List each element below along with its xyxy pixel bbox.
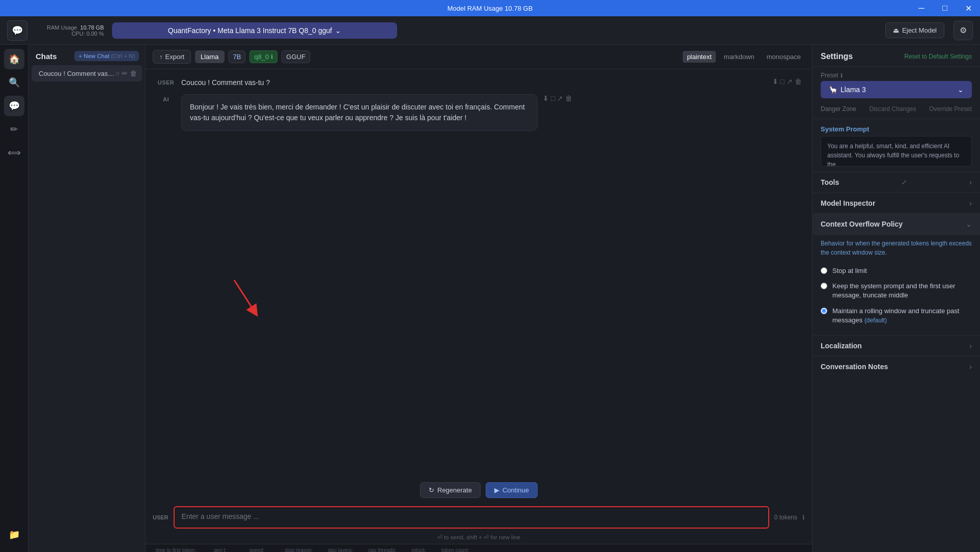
settings-title: Settings [821, 52, 853, 61]
top-bar: 💬 RAM Usage 10.78 GB CPU: 0.00 % QuantFa… [0, 16, 980, 45]
user-message-input[interactable] [174, 506, 769, 529]
title-bar-text: Model RAM Usage 10.78 GB [447, 5, 533, 12]
radio-rolling-default-tag: (default) [864, 317, 887, 324]
preset-button[interactable]: 🦙 Llama 3 ⌄ [821, 81, 972, 98]
chats-label: Chats [36, 52, 57, 61]
chat-delete-icon[interactable]: 🗑 [130, 69, 137, 77]
continue-icon: ▶ [494, 486, 499, 494]
eject-model-button[interactable]: ⏏ Eject Model [885, 22, 944, 38]
output-mode-monospace[interactable]: monospace [763, 51, 805, 63]
preset-info-icon: ℹ [841, 72, 843, 79]
chat-icon-button[interactable]: 💬 [7, 20, 27, 41]
continue-button[interactable]: ▶ Continue [486, 482, 538, 498]
chat-item[interactable]: Coucou ! Comment vas-tu ? ○ ✏ 🗑 [32, 65, 142, 81]
reset-settings-button[interactable]: Reset to Default Settings [904, 53, 972, 60]
msg-action-copy[interactable]: ⬇ [772, 77, 778, 86]
model-badge-llama[interactable]: Llama [195, 50, 224, 63]
msg-action-edit[interactable]: □ [780, 77, 785, 86]
override-preset-button[interactable]: Override Preset [929, 105, 972, 113]
icon-bar-pencil[interactable]: ✏ [4, 119, 24, 140]
output-mode-plaintext[interactable]: plaintext [683, 51, 715, 63]
context-overflow-row[interactable]: Context Overflow Policy ⌄ [813, 213, 980, 234]
icon-bar-folder[interactable]: 📁 [4, 525, 24, 545]
icon-bar-chats[interactable]: 💬 [4, 96, 24, 116]
version-label: 0.2.23 [3, 548, 25, 552]
radio-keep-input[interactable] [821, 283, 827, 289]
conversation-notes-label: Conversation Notes [821, 363, 888, 371]
conversation-notes-row[interactable]: Conversation Notes › [813, 356, 980, 377]
size-badge[interactable]: 7B [229, 50, 246, 63]
user-message-content: Coucou ! Comment vas-tu ? [181, 77, 767, 88]
localization-row[interactable]: Localization › [813, 335, 980, 356]
token-info-icon: ℹ [802, 514, 805, 521]
ai-msg-action-edit[interactable]: □ [551, 94, 555, 102]
action-buttons: ↻ Regenerate ▶ Continue [146, 478, 812, 502]
conversation-notes-chevron-icon: › [969, 363, 972, 371]
right-panel-header: Settings Reset to Default Settings [813, 45, 980, 67]
ai-msg-action-branch[interactable]: ↗ [557, 94, 563, 102]
chat-copy-icon[interactable]: ○ [116, 69, 120, 77]
model-inspector-row[interactable]: Model Inspector › [813, 192, 980, 213]
icon-bar-search[interactable]: 🔍 [4, 72, 24, 93]
export-button[interactable]: ↑ Export [153, 50, 191, 64]
title-bar: Model RAM Usage 10.78 GB ─ □ ✕ [0, 0, 980, 16]
system-prompt-text: You are a helpful, smart, kind, and effi… [821, 136, 972, 167]
sidebar: Chats + New Chat (Ctrl + N) Coucou ! Com… [29, 45, 146, 552]
stat-mlock: mlock: true [411, 547, 426, 553]
stat-gen-t: gen t: 22.83s [211, 547, 229, 553]
msg-action-branch[interactable]: ↗ [787, 77, 793, 86]
output-mode-markdown[interactable]: markdown [720, 51, 759, 63]
model-selector[interactable]: QuantFactory • Meta Llama 3 Instruct 7B … [112, 22, 397, 39]
ram-info: RAM Usage 10.78 GB CPU: 0.00 % [33, 24, 104, 37]
ai-msg-action-copy[interactable]: ⬇ [543, 94, 549, 102]
radio-rolling-input[interactable] [821, 308, 827, 314]
icon-bar: 🏠 🔍 💬 ✏ ⟺ 📁 0.2.23 [0, 45, 29, 552]
tools-chevron-icon: › [969, 178, 972, 186]
radio-stop-label: Stop at limit [832, 266, 867, 275]
user-message-actions: ⬇ □ ↗ 🗑 [772, 77, 802, 86]
tools-expand-icon: ⤢ [902, 179, 907, 186]
preset-label: Preset ℹ [813, 67, 980, 81]
context-overflow-label: Context Overflow Policy [821, 220, 903, 228]
ram-label: RAM Usage 10.78 GB [47, 24, 104, 31]
localization-label: Localization [821, 342, 862, 350]
tools-label: Tools [821, 178, 839, 186]
chat-item-text: Coucou ! Comment vas-tu ? [39, 70, 116, 77]
context-overflow-content: Behavior for when the generated tokens l… [813, 234, 980, 335]
chat-edit-icon[interactable]: ✏ [122, 69, 128, 77]
radio-keep-system: Keep the system prompt and the first use… [821, 279, 972, 303]
center-column: ↑ Export Llama 7B q8_0 ℹ GGUF plaintext … [146, 45, 812, 552]
msg-action-delete[interactable]: 🗑 [795, 77, 802, 86]
format-badge[interactable]: GGUF [282, 50, 310, 63]
system-prompt-label: System Prompt [813, 120, 980, 136]
radio-stop-at-limit: Stop at limit [821, 263, 972, 279]
stats-bar: time to first token: 19.64s gen t: 22.83… [146, 544, 812, 552]
icon-bar-arrows[interactable]: ⟺ [4, 143, 24, 163]
discard-changes-button[interactable]: Discard Changes [869, 105, 916, 113]
ai-msg-action-delete[interactable]: 🗑 [565, 94, 572, 102]
radio-stop-input[interactable] [821, 267, 827, 274]
preset-chevron-icon: ⌄ [958, 86, 964, 94]
stat-token-count: token count: 167/2048 [441, 547, 469, 553]
close-button[interactable]: ✕ [957, 0, 980, 16]
token-count: 0 tokens [774, 514, 797, 521]
radio-rolling-window: Maintain a rolling window and truncate p… [821, 303, 972, 328]
model-inspector-label: Model Inspector [821, 199, 875, 207]
icon-bar-chat[interactable]: 🏠 [4, 49, 24, 69]
sidebar-header: Chats + New Chat (Ctrl + N) [29, 45, 145, 65]
settings-gear-button[interactable]: ⚙ [954, 21, 973, 40]
regenerate-button[interactable]: ↻ Regenerate [420, 482, 481, 498]
right-panel: Settings Reset to Default Settings Prese… [812, 45, 980, 552]
minimize-button[interactable]: ─ [910, 0, 933, 16]
radio-rolling-label: Maintain a rolling window and truncate p… [832, 307, 972, 325]
tools-row[interactable]: Tools ⤢ › [813, 172, 980, 192]
ai-role-label: AI [156, 94, 176, 102]
message-row-user: USER Coucou ! Comment vas-tu ? ⬇ □ ↗ 🗑 [156, 77, 802, 88]
window-controls: ─ □ ✕ [910, 0, 980, 16]
quant-badge[interactable]: q8_0 ℹ [249, 50, 277, 63]
maximize-button[interactable]: □ [933, 0, 957, 16]
new-chat-button[interactable]: + New Chat (Ctrl + N) [74, 51, 139, 61]
radio-keep-label: Keep the system prompt and the first use… [832, 282, 972, 300]
ai-message-actions: ⬇ □ ↗ 🗑 [543, 94, 572, 102]
input-role-label: USER [153, 514, 169, 520]
